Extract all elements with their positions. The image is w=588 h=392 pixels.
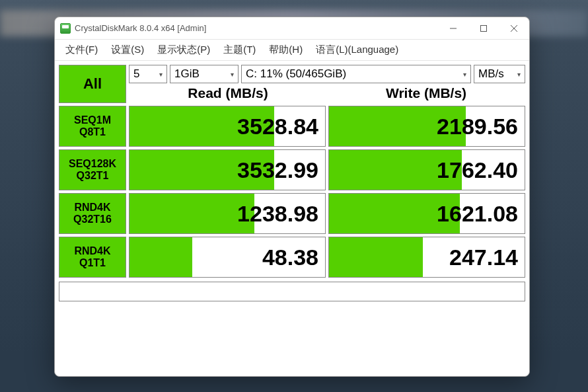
chevron-down-icon: ▾ <box>463 71 466 78</box>
test-button-RND4K-Q1T1[interactable]: RND4KQ1T1 <box>59 237 126 278</box>
menu-help[interactable]: 帮助(H) <box>264 41 308 59</box>
read-result: 3528.84 <box>129 106 326 147</box>
test-button-RND4K-Q32T16[interactable]: RND4KQ32T16 <box>59 193 126 234</box>
status-bar <box>59 282 525 301</box>
minimize-button[interactable] <box>438 17 468 39</box>
drive-select[interactable]: C: 11% (50/465GiB)▾ <box>241 65 471 83</box>
write-result: 1762.40 <box>328 149 525 190</box>
read-bar <box>129 237 192 277</box>
write-bar <box>329 237 423 277</box>
maximize-button[interactable] <box>468 17 499 39</box>
menu-file[interactable]: 文件(F) <box>60 41 103 59</box>
write-result: 1621.08 <box>328 193 525 234</box>
app-icon <box>60 23 71 34</box>
chevron-down-icon: ▾ <box>517 71 521 78</box>
runs-select[interactable]: 5▾ <box>129 65 167 83</box>
window-title: CrystalDiskMark 8.0.4 x64 [Admin] <box>75 23 438 33</box>
read-result: 48.38 <box>129 237 326 278</box>
close-button[interactable] <box>499 17 529 39</box>
app-window: CrystalDiskMark 8.0.4 x64 [Admin] 文件(F) … <box>54 17 530 377</box>
read-header: Read (MB/s) <box>129 85 327 101</box>
menu-profile[interactable]: 显示状态(P) <box>152 41 215 59</box>
content-area: All 5▾ 1GiB▾ C: 11% (50/465GiB)▾ MB/s▾ R… <box>55 61 529 376</box>
result-row: RND4KQ1T148.38247.14 <box>59 237 525 278</box>
write-header: Write (MB/s) <box>327 85 525 101</box>
read-value: 3532.99 <box>237 157 318 183</box>
run-all-button[interactable]: All <box>59 65 126 103</box>
read-value: 48.38 <box>262 245 318 270</box>
menubar: 文件(F) 设置(S) 显示状态(P) 主题(T) 帮助(H) 语言(L)(La… <box>55 40 529 61</box>
read-value: 1238.98 <box>237 201 318 227</box>
read-result: 3532.99 <box>129 149 326 190</box>
write-value: 2189.56 <box>437 114 518 139</box>
result-row: SEQ1MQ8T13528.842189.56 <box>59 106 525 147</box>
write-value: 1762.40 <box>437 157 518 183</box>
read-value: 3528.84 <box>237 114 318 139</box>
test-button-SEQ128K-Q32T1[interactable]: SEQ128KQ32T1 <box>59 149 126 190</box>
chevron-down-icon: ▾ <box>159 71 163 78</box>
menu-language[interactable]: 语言(L)(Language) <box>311 41 404 59</box>
read-result: 1238.98 <box>129 193 326 234</box>
menu-settings[interactable]: 设置(S) <box>106 41 149 59</box>
write-result: 2189.56 <box>328 106 525 147</box>
test-button-SEQ1M-Q8T1[interactable]: SEQ1MQ8T1 <box>59 106 126 147</box>
size-select[interactable]: 1GiB▾ <box>170 65 239 83</box>
write-result: 247.14 <box>328 237 525 278</box>
read-bar <box>129 194 254 233</box>
chevron-down-icon: ▾ <box>231 71 234 78</box>
titlebar[interactable]: CrystalDiskMark 8.0.4 x64 [Admin] <box>55 17 529 40</box>
write-value: 1621.08 <box>437 201 518 227</box>
unit-select[interactable]: MB/s▾ <box>474 65 525 83</box>
result-row: RND4KQ32T161238.981621.08 <box>59 193 525 234</box>
write-value: 247.14 <box>449 245 518 270</box>
result-row: SEQ128KQ32T13532.991762.40 <box>59 149 525 190</box>
menu-theme[interactable]: 主题(T) <box>218 41 261 59</box>
svg-rect-1 <box>481 25 487 31</box>
